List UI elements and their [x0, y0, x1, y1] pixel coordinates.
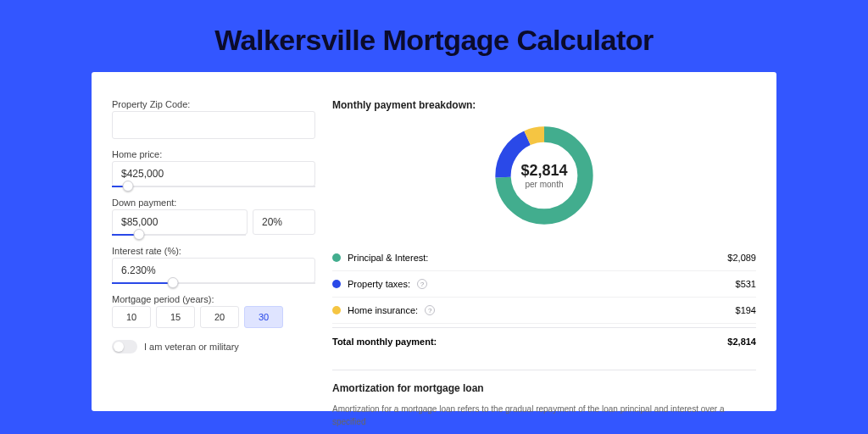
legend-row-insurance: Home insurance: ? $194 [332, 298, 756, 324]
period-label: Mortgage period (years): [112, 294, 315, 304]
period-buttons: 10 15 20 30 [112, 306, 315, 328]
period-20-button[interactable]: 20 [200, 306, 239, 328]
period-30-button[interactable]: 30 [244, 306, 283, 328]
donut-wrap: $2,814 per month [332, 121, 756, 230]
legend-value: $2,089 [727, 253, 756, 263]
down-pct-input[interactable] [253, 209, 315, 235]
swatch-yellow-icon [332, 306, 341, 314]
donut-center: $2,814 per month [490, 121, 598, 230]
veteran-label: I am veteran or military [144, 342, 239, 352]
veteran-toggle[interactable] [112, 340, 137, 353]
toggle-knob [114, 342, 124, 352]
down-slider[interactable] [112, 234, 246, 236]
price-slider-thumb[interactable] [123, 181, 134, 192]
zip-input[interactable] [112, 111, 315, 139]
legend-row-total: Total monthly payment: $2,814 [332, 327, 756, 354]
veteran-toggle-row: I am veteran or military [112, 340, 315, 353]
rate-label: Interest rate (%): [112, 246, 315, 256]
legend-row-principal: Principal & Interest: $2,089 [332, 245, 756, 271]
inputs-column: Property Zip Code: Home price: Down paym… [112, 99, 315, 411]
down-field: Down payment: [112, 198, 315, 236]
swatch-blue-icon [332, 280, 341, 288]
donut-sub: per month [525, 180, 563, 189]
page-title: Walkersville Mortgage Calculator [0, 0, 868, 72]
breakdown-title: Monthly payment breakdown: [332, 99, 756, 111]
down-input[interactable] [112, 209, 248, 235]
rate-input[interactable] [112, 258, 315, 283]
period-field: Mortgage period (years): 10 15 20 30 [112, 294, 315, 328]
price-input[interactable] [112, 161, 315, 186]
amortization-section: Amortization for mortgage loan Amortizat… [332, 370, 756, 428]
price-field: Home price: [112, 149, 315, 187]
down-slider-thumb[interactable] [133, 229, 144, 240]
donut-amount: $2,814 [520, 162, 567, 180]
rate-slider-fill [112, 282, 173, 284]
payment-donut-chart: $2,814 per month [490, 121, 598, 230]
rate-slider-thumb[interactable] [168, 277, 179, 288]
legend-label: Principal & Interest: [348, 253, 428, 263]
breakdown-column: Monthly payment breakdown: $2,814 per mo… [332, 99, 756, 411]
total-value: $2,814 [727, 337, 756, 347]
zip-field: Property Zip Code: [112, 99, 315, 139]
legend-label: Property taxes: [348, 279, 410, 289]
legend-value: $531 [736, 279, 756, 289]
down-label: Down payment: [112, 198, 315, 208]
legend-row-taxes: Property taxes: ? $531 [332, 271, 756, 298]
amort-title: Amortization for mortgage loan [332, 382, 756, 394]
amort-body: Amortization for a mortgage loan refers … [332, 403, 756, 428]
rate-field: Interest rate (%): [112, 246, 315, 284]
panel-wrap: Property Zip Code: Home price: Down paym… [0, 72, 868, 411]
legend: Principal & Interest: $2,089 Property ta… [332, 245, 756, 354]
total-label: Total monthly payment: [332, 337, 437, 347]
zip-label: Property Zip Code: [112, 99, 315, 109]
price-slider[interactable] [112, 186, 315, 187]
period-15-button[interactable]: 15 [156, 306, 195, 328]
legend-label: Home insurance: [348, 305, 418, 315]
calculator-panel: Property Zip Code: Home price: Down paym… [92, 72, 776, 411]
period-10-button[interactable]: 10 [112, 306, 151, 328]
rate-slider[interactable] [112, 282, 315, 284]
legend-value: $194 [736, 305, 756, 315]
price-label: Home price: [112, 149, 315, 159]
swatch-green-icon [332, 253, 341, 262]
info-icon[interactable]: ? [425, 305, 435, 315]
info-icon[interactable]: ? [417, 279, 427, 289]
